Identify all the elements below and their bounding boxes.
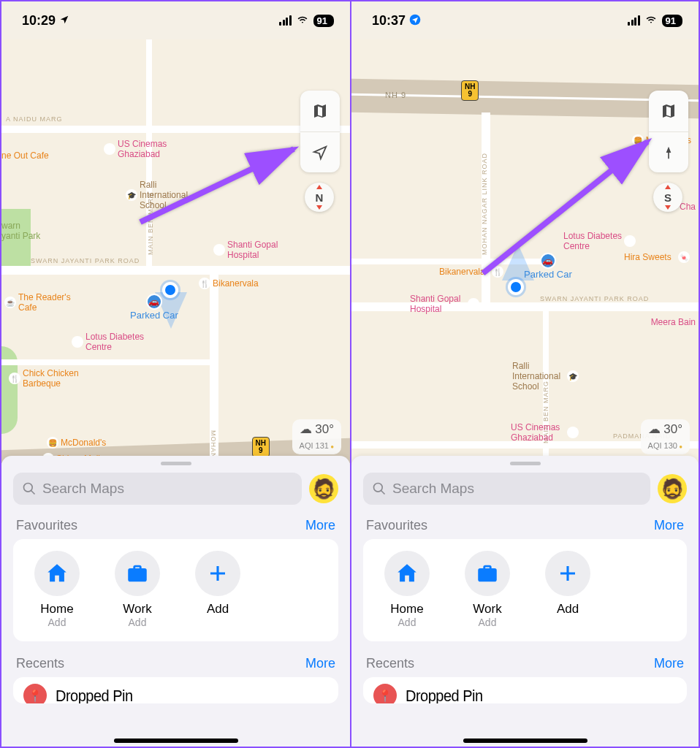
home-icon [34,551,80,596]
recents-more-link[interactable]: More [654,656,684,671]
road [1,266,350,275]
favourite-home[interactable]: Home Add [370,551,444,628]
map-controls [649,91,688,172]
poi-cafe[interactable]: ne Out Cafe [1,150,49,161]
briefcase-icon [465,551,510,596]
poi-label[interactable]: Cha [680,202,696,212]
favourites-title: Favourites [366,518,427,533]
wifi-icon [296,13,309,28]
poi-school[interactable]: 🎓Ralli International School [126,180,188,210]
road-label: MOHAN NAGAR LINK ROAD [481,153,488,255]
poi-restaurant[interactable]: Bikanervala 🍴 [439,266,503,278]
map-canvas[interactable]: A NAIDU MARG SWARN JAYANTI PARK ROAD MOH… [1,39,350,463]
recents-item[interactable]: 📍 Dropped Pin [13,677,338,703]
highway-shield: NH 9 [461,80,479,101]
search-placeholder: Search Maps [392,481,474,497]
poi-hospital[interactable]: ✚Lotus Diabetes Centre [72,332,144,352]
status-bar: 10:29 91 [1,1,350,39]
poi-cinema[interactable]: ★US Cinemas Ghaziabad [104,139,167,159]
favourite-work[interactable]: Work Add [101,551,174,628]
favourites-more-link[interactable]: More [654,518,684,533]
recents-title: Recents [366,656,414,671]
favourites-card: Home Add Work Add Add [13,539,338,641]
map-canvas[interactable]: NH 9 NH 9 MOHAN NAGAR LINK ROAD SWARN JA… [351,39,699,463]
wifi-icon [644,13,658,28]
poi-restaurant[interactable]: 🍴Chick Chicken Barbeque [9,368,79,389]
poi-park[interactable]: warn yanti Park [1,221,40,241]
road [1,126,350,133]
favourite-home[interactable]: Home Add [20,551,94,628]
favourites-more-link[interactable]: More [305,518,335,533]
poi-school[interactable]: Ralli International School 🎓 [512,361,579,392]
poi-restaurant[interactable]: 🍴Bikanervala [199,278,259,289]
svg-point-5 [374,484,383,492]
poi-restaurant[interactable]: 🍔McDonald's [47,437,106,449]
locate-me-button[interactable] [649,131,688,172]
screenshot-right: 10:37 91 NH 9 NH 9 MOHAN NAGAR LINK ROAD… [350,1,699,747]
poi-cinema[interactable]: US Cinemas Ghaziabad ★ [511,422,579,443]
weather-widget[interactable]: ☁ 30° AQI 131 [292,419,341,454]
road-label: NH 9 [385,91,406,99]
map-controls [300,91,340,172]
profile-avatar[interactable]: 🧔 [658,474,687,503]
compass-button[interactable]: N [305,183,334,212]
map-mode-button[interactable] [649,91,688,131]
location-services-icon [59,15,69,27]
user-location-dot[interactable] [162,282,178,298]
location-services-icon [409,14,421,28]
plus-icon [545,551,590,596]
highway-shield: NH 9 [252,437,270,457]
profile-avatar[interactable]: 🧔 [309,474,338,503]
status-bar: 10:37 91 [351,1,699,39]
map-mode-button[interactable] [300,91,340,131]
dropped-pin-icon: 📍 [23,684,47,703]
recents-more-link[interactable]: More [305,656,335,671]
recents-label: Dropped Pin [406,686,483,703]
briefcase-icon [115,551,160,596]
road-label: A NAIDU MARG [6,115,63,123]
locate-me-button[interactable] [300,131,340,172]
search-sheet[interactable]: Search Maps 🧔 Favourites More Home Add W… [1,456,350,747]
plus-icon [195,551,240,596]
svg-point-1 [24,484,33,492]
cell-signal-icon [628,15,640,26]
search-input[interactable]: Search Maps [363,473,650,505]
poi-hospital[interactable]: Lotus Diabetes Centre✚ [563,231,640,251]
compass-button[interactable]: S [653,183,682,212]
recents-title: Recents [16,656,64,671]
poi-hospital[interactable]: Shanti Gopal Hospital ✚ [410,294,479,314]
road-label: SWARN JAYANTI PARK ROAD [31,257,140,264]
search-icon [22,481,37,496]
status-time: 10:29 [22,13,56,28]
favourite-add[interactable]: Add [531,551,604,628]
poi-restaurant[interactable]: Hira Sweets 🍬 [624,251,690,263]
status-time: 10:37 [372,13,406,28]
favourite-add[interactable]: Add [181,551,254,628]
weather-widget[interactable]: ☁ 30° AQI 130 [641,419,690,454]
battery-level: 91 [662,15,682,27]
sheet-grabber[interactable] [510,462,541,465]
poi-hospital[interactable]: ✚Shanti Gopal Hospital [213,240,278,260]
favourite-work[interactable]: Work Add [451,551,524,628]
screenshot-left: 10:29 91 A NAIDU MARG SWARN JAYANTI PARK… [1,1,350,747]
favourites-card: Home Add Work Add Add [363,539,687,641]
battery-level: 91 [313,15,334,27]
search-icon [372,481,387,496]
poi-cafe[interactable]: ☕The Reader's Cafe [4,292,71,313]
sheet-grabber[interactable] [161,462,191,465]
recents-label: Dropped Pin [56,686,133,703]
search-input[interactable]: Search Maps [13,473,302,505]
svg-line-2 [31,491,35,495]
user-location-dot[interactable] [508,279,524,295]
poi-label[interactable]: Meera Bain [651,317,696,327]
search-sheet[interactable]: Search Maps 🧔 Favourites More Home Add W… [351,456,699,747]
favourites-title: Favourites [16,518,77,533]
svg-line-6 [381,491,385,495]
home-icon [384,551,430,596]
road [1,359,213,365]
cell-signal-icon [279,15,292,26]
recents-item[interactable]: 📍 Dropped Pin [363,677,687,703]
parked-car-pin[interactable]: 🚗Parked Car [524,253,572,280]
home-indicator[interactable] [114,739,238,743]
home-indicator[interactable] [463,739,587,743]
